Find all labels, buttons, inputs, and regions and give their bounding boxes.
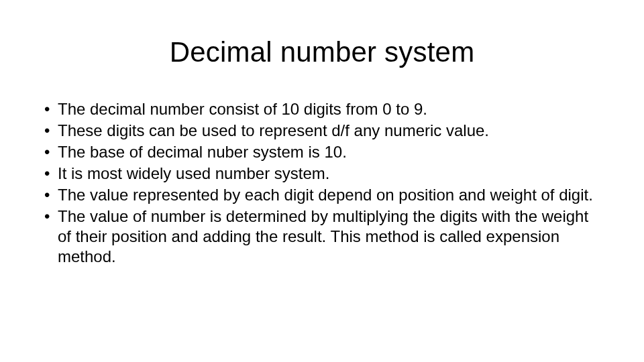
list-item: It is most widely used number system.	[44, 164, 600, 184]
slide-body: The decimal number consist of 10 digits …	[44, 99, 600, 268]
slide-title: Decimal number system	[0, 36, 644, 68]
list-item: The decimal number consist of 10 digits …	[44, 99, 600, 119]
list-item: These digits can be used to represent d/…	[44, 121, 600, 141]
list-item: The value of number is determined by mul…	[44, 206, 600, 267]
list-item: The base of decimal nuber system is 10.	[44, 142, 600, 162]
slide: Decimal number system The decimal number…	[0, 0, 644, 362]
bullet-list: The decimal number consist of 10 digits …	[44, 99, 600, 267]
list-item: The value represented by each digit depe…	[44, 185, 600, 205]
